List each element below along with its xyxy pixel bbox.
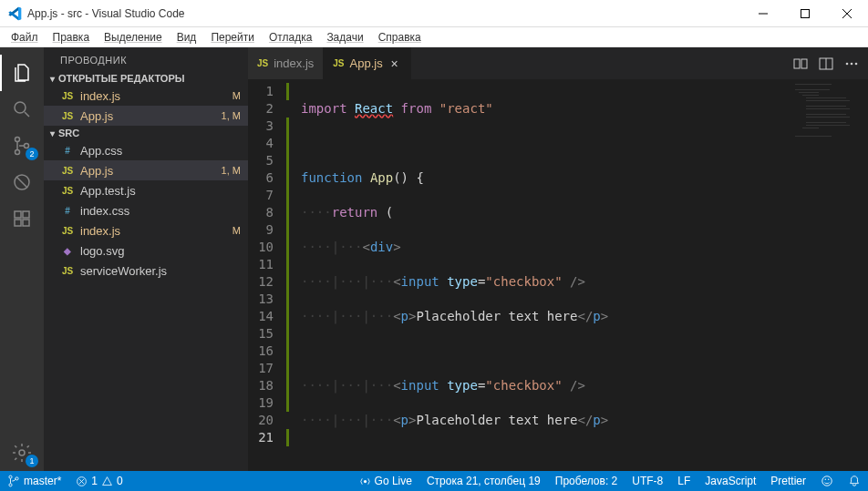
css-icon: # (60, 206, 75, 216)
open-editors-header[interactable]: ▾ ОТКРЫТЫЕ РЕДАКТОРЫ (44, 71, 248, 86)
svg-point-1 (15, 102, 26, 113)
open-editor-item[interactable]: JS index.js M (44, 86, 248, 106)
svg-point-16 (855, 62, 858, 65)
svg-point-21 (363, 479, 366, 482)
file-label: index.css (80, 204, 241, 218)
menu-view[interactable]: Вид (170, 29, 204, 46)
compare-icon[interactable] (793, 56, 808, 71)
status-branch[interactable]: master* (0, 471, 68, 491)
error-icon (76, 476, 88, 487)
file-item[interactable]: JSindex.jsM (44, 220, 248, 240)
file-label: index.js (80, 224, 229, 238)
search-icon (11, 98, 33, 120)
svg-point-2 (16, 138, 20, 142)
warning-icon (101, 476, 113, 487)
status-bar: master* 1 0 Go Live Строка 21, столбец 1… (0, 471, 868, 491)
js-icon: JS (257, 58, 268, 68)
menu-edit[interactable]: Правка (46, 29, 98, 46)
scm-badge: 2 (26, 148, 38, 160)
status-golive[interactable]: Go Live (352, 471, 419, 491)
file-label: App.test.js (80, 184, 241, 198)
open-editor-item[interactable]: JS App.js 1, M (44, 106, 248, 126)
minimap[interactable] (791, 79, 855, 471)
status-eol[interactable]: LF (670, 471, 698, 491)
split-editor-icon[interactable] (819, 56, 833, 71)
open-editors-label: ОТКРЫТЫЕ РЕДАКТОРЫ (58, 73, 185, 84)
code-content[interactable]: import React from "react" function App()… (286, 79, 791, 471)
activity-extensions[interactable] (0, 200, 44, 237)
svg-point-10 (19, 450, 25, 455)
file-item[interactable]: JSApp.js1, M (44, 160, 248, 180)
menu-go[interactable]: Перейти (203, 29, 262, 46)
chevron-down-icon: ▾ (46, 74, 58, 84)
tab-label: index.js (274, 56, 314, 70)
menu-selection[interactable]: Выделение (97, 29, 170, 46)
editor-area: JS index.js JS App.js × 1234567891011121… (248, 47, 868, 471)
svg-rect-7 (15, 220, 21, 226)
activity-debug[interactable] (0, 164, 44, 200)
svg-rect-8 (23, 220, 29, 226)
svg-point-4 (25, 144, 29, 148)
svg-rect-9 (23, 211, 29, 218)
bell-icon (848, 475, 861, 487)
status-prettier[interactable]: Prettier (763, 471, 813, 491)
svg-point-14 (846, 62, 849, 65)
file-item[interactable]: #App.css (44, 140, 248, 160)
file-status: M (232, 225, 241, 236)
menu-help[interactable]: Справка (371, 29, 429, 46)
minimize-button[interactable] (742, 0, 784, 27)
chevron-down-icon: ▾ (46, 128, 58, 138)
js-icon: JS (60, 91, 75, 101)
js-icon: JS (60, 111, 75, 121)
broadcast-icon (359, 476, 371, 487)
file-label: App.js (80, 164, 218, 178)
svg-icon: ◆ (60, 246, 75, 256)
more-icon[interactable] (844, 56, 859, 71)
js-icon: JS (60, 266, 75, 276)
status-problems[interactable]: 1 0 (68, 471, 129, 491)
code-editor[interactable]: 123456789101112131415161718192021 import… (248, 79, 868, 471)
menu-bar: Файл Правка Выделение Вид Перейти Отладк… (0, 27, 868, 47)
sidebar-title: ПРОВОДНИК (44, 47, 248, 71)
js-icon: JS (60, 166, 75, 176)
activity-explorer[interactable] (0, 55, 44, 91)
status-encoding[interactable]: UTF-8 (625, 471, 670, 491)
svg-point-22 (822, 476, 832, 486)
svg-point-17 (9, 476, 12, 478)
file-label: App.js (80, 109, 218, 123)
maximize-button[interactable] (784, 0, 826, 27)
close-button[interactable] (826, 0, 868, 27)
extensions-icon (11, 208, 33, 230)
svg-rect-0 (801, 9, 810, 17)
status-language[interactable]: JavaScript (698, 471, 763, 491)
debug-icon (11, 171, 33, 193)
tab-app-js[interactable]: JS App.js × (324, 47, 410, 79)
activity-scm[interactable]: 2 (0, 128, 44, 164)
tab-index-js[interactable]: JS index.js (248, 47, 324, 79)
status-notifications[interactable] (841, 471, 868, 491)
settings-badge: 1 (26, 455, 38, 467)
activity-settings[interactable]: 1 (0, 435, 44, 471)
status-spaces[interactable]: Пробелов: 2 (548, 471, 625, 491)
activity-search[interactable] (0, 91, 44, 128)
file-item[interactable]: JSserviceWorker.js (44, 261, 248, 281)
menu-debug[interactable]: Отладка (262, 29, 319, 46)
file-item[interactable]: ◆logo.svg (44, 240, 248, 261)
svg-rect-6 (15, 211, 21, 218)
status-feedback[interactable] (813, 471, 841, 491)
menu-file[interactable]: Файл (4, 29, 46, 46)
status-cursor[interactable]: Строка 21, столбец 19 (419, 471, 548, 491)
git-branch-icon (7, 475, 20, 487)
svg-point-19 (16, 477, 18, 480)
menu-tasks[interactable]: Задачи (319, 29, 370, 46)
overview-ruler[interactable] (855, 79, 868, 471)
svg-point-24 (828, 479, 829, 480)
file-item[interactable]: #index.css (44, 200, 248, 220)
svg-rect-11 (794, 59, 800, 68)
file-status: 1, M (222, 165, 241, 176)
css-icon: # (60, 146, 75, 156)
file-item[interactable]: JSApp.test.js (44, 180, 248, 200)
file-label: index.js (80, 89, 229, 103)
folder-header[interactable]: ▾ SRC (44, 126, 248, 140)
close-tab-icon[interactable]: × (388, 56, 401, 71)
